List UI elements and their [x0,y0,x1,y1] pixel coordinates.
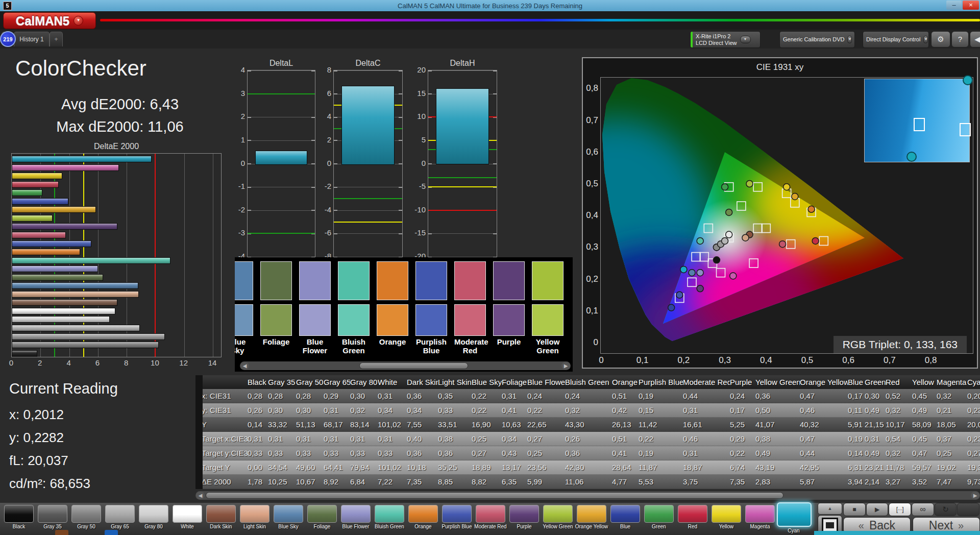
pattern-bar: BlackGray 35Gray 50Gray 65Gray 80WhiteDa… [0,503,980,535]
table-cell: 4,77 [612,475,639,489]
collapse-icon: ◀ [974,35,980,43]
table-cell: 6,35 [502,475,527,489]
pattern-swatch-orange[interactable]: Orange [406,505,440,533]
axis-tick-label: 2 [233,112,245,120]
scroll-right-icon[interactable]: ▶ [971,492,979,499]
pattern-swatch-red[interactable]: Red [676,505,709,533]
axis-tick-label: 1 [233,135,245,144]
pattern-swatch-foliage[interactable]: Foliage [305,505,339,533]
meter-button[interactable]: X-Rite i1Pro 2 LCD Direct View ▼ [690,31,761,48]
pattern-swatch-magenta[interactable]: Magenta [743,505,777,533]
pattern-swatch-light-skin[interactable]: Light Skin [238,505,272,533]
table-scrollbar-thumb[interactable] [206,492,783,499]
scroll-right-icon[interactable]: ▶ [561,362,570,370]
patch-label: Blue Sky [235,337,253,355]
table-cell: 0,31 [268,432,296,446]
play-icon: ▶ [875,506,879,513]
patch-target-swatch [338,261,370,300]
tick-stub [311,187,315,188]
pattern-swatch-orange-yellow[interactable]: Orange Yellow [575,505,608,533]
pattern-swatch-blue-sky[interactable]: Blue Sky [272,505,305,533]
marker-mode-button[interactable]: [··] [889,503,911,516]
play-button[interactable]: ▶ [866,503,889,516]
pattern-swatch-purplish-blue[interactable]: Purplish Blue [440,505,474,533]
deltae-bar [12,232,66,238]
add-tab-button[interactable]: + [50,32,63,46]
display-control-button[interactable]: Direct Display Control ▼ [863,31,929,48]
axis-tick-label: 0,2 [674,355,693,366]
patch-measured-swatch [260,304,292,336]
table-cell: 0,28 [248,389,268,403]
reading-count-badge[interactable]: 219 [0,31,16,47]
axis-tick-label: 4 [319,112,331,120]
table-cell: 11,78 [886,460,912,474]
swatch-chip [38,505,67,523]
table-header-cell: Bluish Green [565,375,612,389]
swatch-label: Blue [608,524,642,529]
table-cell: 0,25 [527,446,565,460]
table-cell: 0,22 [472,403,502,417]
pattern-swatch-green[interactable]: Green [642,505,676,533]
refresh-button[interactable]: ↻ [935,503,957,516]
pattern-swatch-gray-50[interactable]: Gray 50 [69,505,103,533]
loop-button[interactable]: ∞ [912,503,934,516]
cie-zoom-inset [864,79,970,162]
table-header-cell: Red [886,375,912,389]
pattern-swatch-yellow-green[interactable]: Yellow Green [541,505,575,533]
pattern-swatch-dark-skin[interactable]: Dark Skin [204,505,238,533]
minimize-button[interactable]: – [946,1,962,10]
table-cell: 101,02 [378,460,407,474]
pattern-swatch-blue[interactable]: Blue [608,505,642,533]
table-cell: 7,55 [407,418,438,431]
table-header-cell: Cyan [967,375,980,389]
pattern-swatch-gray-80[interactable]: Gray 80 [137,505,170,533]
swatch-label: Dark Skin [204,524,238,529]
swatch-chip [139,505,168,523]
strip-scrollbar[interactable]: ◀ ▶ [240,361,571,370]
table-cell: 7,47 [937,475,967,489]
collapse-panel-button[interactable]: ◀ [970,31,980,47]
table-header-cell: Yellow [912,375,937,389]
pattern-swatch-bluish-green[interactable]: Bluish Green [373,505,406,533]
deltae2000-chart: DeltaE 2000 02468101214 [11,142,222,152]
settings-button[interactable]: ⚙ [931,31,950,47]
table-cell: 0,51 [612,389,639,403]
axis-tick-label: 0,6 [584,147,598,157]
taskbar-icon[interactable] [105,530,118,535]
tick-stub [493,93,497,94]
table-header-cell: Black [248,375,268,389]
table-header-cell: Orange Yellow [800,375,848,389]
close-button[interactable]: × [963,1,979,10]
blank-button[interactable] [957,503,979,516]
pattern-swatch-moderate-red[interactable]: Moderate Red [474,505,507,533]
stop-button[interactable]: ■ [843,503,866,516]
pattern-swatch-black[interactable]: Black [2,505,36,533]
pattern-swatch-purple[interactable]: Purple [507,505,541,533]
tab-history-1[interactable]: History 1 [14,32,50,46]
scroll-left-icon[interactable]: ◀ [196,492,205,499]
pattern-swatch-white[interactable]: White [170,505,204,533]
logo-bar: CalMAN5 ▼ [0,11,980,30]
table-cell: 0,31 [248,432,268,446]
table-cell: 0,30 [296,403,324,417]
deltae-bar [12,198,68,205]
table-cell: 0,24 [730,389,755,403]
pattern-bar-expand-button[interactable]: ▲ [818,503,842,515]
taskbar-icon[interactable] [55,530,68,535]
pattern-swatch-blue-flower[interactable]: Blue Flower [339,505,373,533]
table-header-cell: Moderate Red [683,375,730,389]
table-scrollbar[interactable]: ◀ ▶ [195,491,980,500]
pattern-swatch-cyan[interactable]: Cyan [777,505,811,533]
source-button[interactable]: Generic Calibration DVD ▼ [779,31,855,48]
help-button[interactable]: ? [951,31,969,47]
calman-logo-menu[interactable]: CalMAN5 ▼ [3,12,96,29]
pattern-swatch-gray-35[interactable]: Gray 35 [36,505,69,533]
pattern-swatch-gray-65[interactable]: Gray 65 [103,505,137,533]
scroll-left-icon[interactable]: ◀ [240,362,249,370]
meter-status-indicator [691,32,693,47]
tick-stub [248,187,251,188]
pattern-swatch-yellow[interactable]: Yellow [709,505,743,533]
patch-target-swatch [454,261,486,300]
strip-scrollbar-thumb[interactable] [359,362,468,369]
next-chevron-icon: » [958,520,964,531]
